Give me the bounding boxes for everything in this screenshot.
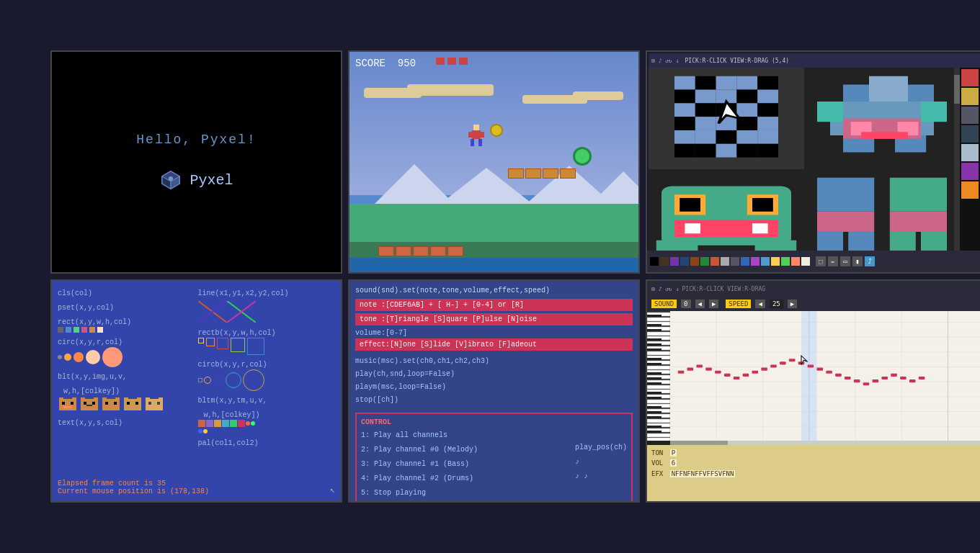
color-11[interactable] — [761, 257, 770, 266]
svg-rect-5 — [473, 125, 479, 130]
svg-rect-162 — [647, 382, 662, 385]
svg-rect-115 — [92, 402, 95, 405]
color-6[interactable] — [710, 257, 719, 266]
svg-rect-163 — [647, 385, 670, 389]
color-0[interactable] — [650, 257, 659, 266]
ctrl-2: 2: Play channel #0 (Melody) — [361, 444, 574, 457]
svg-point-4 — [169, 176, 173, 181]
cb5 — [243, 369, 264, 391]
cb3 — [213, 374, 224, 386]
api-bltm: bltm(x,y,tm,u,v, — [198, 394, 336, 408]
playm: playm(msc,loop=False) — [355, 381, 633, 394]
svg-rect-109 — [71, 402, 74, 405]
svg-rect-34 — [716, 130, 737, 144]
cat-4 — [122, 396, 143, 413]
mouse-cursor: ↖ — [330, 485, 335, 495]
fill-tool[interactable]: ▮ — [852, 256, 863, 266]
pencil-tool[interactable]: ✏ — [828, 256, 838, 266]
circ-demo — [58, 347, 195, 367]
color-12[interactable] — [771, 257, 780, 266]
color-4[interactable] — [690, 257, 699, 266]
sound-prev[interactable]: ◀ — [695, 300, 705, 308]
character — [468, 125, 484, 146]
color-5[interactable] — [700, 257, 709, 266]
active-tool[interactable]: ⤴ — [865, 256, 875, 266]
svg-rect-26 — [757, 103, 778, 117]
vol-label: VOL — [651, 459, 663, 467]
circb-demo — [198, 369, 336, 391]
svg-rect-227 — [873, 379, 879, 382]
color-3[interactable] — [680, 257, 689, 266]
platform-block-2 — [525, 168, 541, 179]
grid-lines — [670, 311, 980, 445]
canvas-grid — [649, 68, 960, 271]
rect-tool[interactable]: ▭ — [840, 256, 850, 266]
svg-rect-89 — [961, 125, 979, 143]
color-13[interactable] — [781, 257, 790, 266]
svg-rect-81 — [961, 88, 979, 105]
svg-rect-177 — [647, 426, 662, 428]
svg-rect-64 — [752, 223, 768, 233]
ground-bricks — [378, 246, 463, 256]
ctrl-4-notes: ♪ ♪ — [575, 472, 627, 485]
svg-rect-15 — [736, 76, 757, 90]
color-10[interactable] — [751, 257, 760, 266]
svg-rect-101 — [961, 181, 979, 199]
color-1[interactable] — [660, 257, 669, 266]
api-grid: cls(col) pset(x,y,col) rect(x,y,w,h,col)… — [58, 287, 335, 451]
speed-next[interactable]: ▶ — [788, 300, 797, 308]
svg-rect-25 — [736, 103, 757, 117]
api-cls: cls(col) — [58, 287, 195, 301]
cb2 — [204, 377, 211, 384]
svg-rect-216 — [770, 364, 777, 367]
rb2 — [206, 338, 215, 346]
d3 — [74, 327, 79, 333]
color-2[interactable] — [670, 257, 679, 266]
sound-next[interactable]: ▶ — [709, 300, 718, 308]
svg-rect-112 — [81, 397, 85, 402]
svg-rect-13 — [695, 76, 716, 90]
efx-value: NFFNFNFFVFFSVFNN — [670, 470, 736, 477]
api-left: cls(col) pset(x,y,col) rect(x,y,w,h,col)… — [58, 287, 195, 451]
color-9[interactable] — [741, 257, 749, 266]
svg-rect-230 — [900, 377, 906, 379]
svg-rect-215 — [761, 368, 767, 371]
ctrl-3-note: ♪ — [575, 458, 627, 471]
piano-roll — [647, 311, 670, 445]
color-8[interactable] — [731, 257, 739, 266]
editor-canvas — [649, 68, 960, 271]
svg-rect-116 — [86, 405, 92, 406]
music-toolbar-icons: ⊞ ♪ ↺↻ ↓ — [651, 286, 680, 292]
mouse-text: Current mouse position is (178,138) — [58, 487, 335, 495]
game-lives — [436, 58, 468, 65]
color-15[interactable] — [801, 257, 810, 266]
bltm-demo — [198, 420, 256, 433]
svg-rect-54 — [817, 102, 843, 122]
ctrl-5: 5: Stop playing — [361, 487, 574, 500]
scrollbar-thumb-v[interactable] — [954, 75, 960, 104]
cat-3 — [101, 396, 121, 413]
canvas-scrollbar-v[interactable] — [954, 68, 960, 265]
platform-block-1 — [508, 168, 524, 179]
select-tool[interactable]: ⬚ — [816, 256, 826, 266]
svg-rect-119 — [115, 397, 120, 402]
td2 — [251, 421, 255, 426]
svg-rect-55 — [921, 102, 947, 122]
svg-rect-10 — [481, 132, 484, 138]
svg-rect-21 — [757, 90, 778, 104]
speed-num: 25 — [770, 300, 783, 308]
svg-rect-38 — [695, 144, 716, 158]
svg-rect-205 — [801, 311, 816, 445]
speed-prev[interactable]: ◀ — [755, 300, 765, 308]
color-7[interactable] — [721, 257, 729, 266]
svg-rect-46 — [908, 85, 934, 102]
note-grid — [670, 311, 980, 445]
color-14[interactable] — [791, 257, 800, 266]
music-toolbar-text: PICK:R-CLICK VIEW:R-DRAG — [682, 286, 766, 292]
api-line: line(x1,y1,x2,y2,col) — [198, 287, 336, 301]
svg-rect-36 — [757, 130, 778, 144]
svg-rect-229 — [891, 374, 897, 377]
editor-bottom-toolbar: ⬚ ✏ ▭ ▮ ⤴ IMAGE ◀ 0 ▶ — [647, 251, 980, 272]
t3 — [214, 420, 221, 427]
td3 — [198, 429, 202, 433]
